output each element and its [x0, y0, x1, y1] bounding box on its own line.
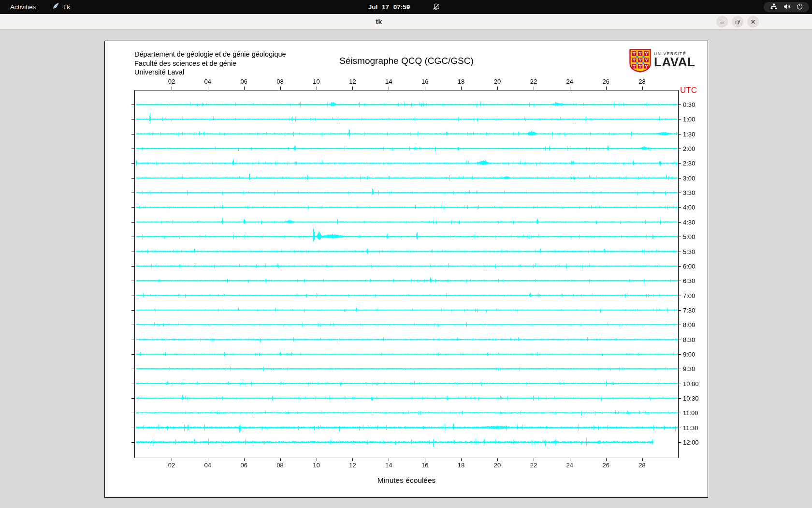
seismogram-canvas: Département de géologie et de génie géol… — [104, 41, 708, 498]
x-axis-title: Minutes écoulées — [377, 476, 436, 485]
x-tick-label-bottom: 06 — [240, 462, 247, 469]
system-status-area[interactable] — [764, 2, 809, 12]
x-tick-label-bottom: 26 — [602, 462, 609, 469]
notifications-muted-icon — [432, 3, 440, 13]
restore-button[interactable] — [732, 16, 743, 28]
x-tick-label-top: 22 — [530, 78, 537, 85]
x-tick-label-bottom: 22 — [530, 462, 537, 469]
x-tick-label-bottom: 10 — [313, 462, 319, 469]
logo-name-label: LAVAL — [654, 56, 695, 68]
utc-time-label: 9:00 — [683, 350, 695, 358]
laval-logo-text: UNIVERSITÉ LAVAL — [654, 49, 695, 75]
utc-time-label: 7:00 — [683, 292, 695, 299]
activities-button[interactable]: Activities — [6, 1, 40, 13]
x-tick-label-top: 02 — [168, 78, 175, 85]
utc-time-label: 10:00 — [683, 380, 699, 387]
x-tick-label-top: 04 — [204, 78, 211, 85]
x-tick-label-top: 12 — [349, 78, 356, 85]
clock[interactable]: Jul 17 07:59 — [368, 1, 410, 13]
x-tick-label-top: 16 — [421, 78, 428, 85]
utc-time-label: 8:30 — [683, 336, 695, 343]
seismogram-traces — [105, 41, 708, 497]
volume-icon — [783, 3, 790, 12]
minimize-button[interactable] — [716, 16, 728, 28]
utc-time-label: 3:00 — [683, 174, 695, 181]
x-tick-label-top: 14 — [385, 78, 392, 85]
x-tick-label-top: 10 — [313, 78, 319, 85]
plot-title: Séismographe QCQ (CGC/GSC) — [339, 56, 474, 66]
x-tick-label-top: 06 — [240, 78, 247, 85]
power-icon — [797, 3, 803, 12]
utc-time-label: 11:00 — [683, 409, 698, 417]
address-line-1: Département de géologie et de génie géol… — [134, 50, 286, 59]
utc-time-label: 3:30 — [683, 189, 695, 196]
x-tick-label-top: 26 — [602, 78, 609, 85]
utc-time-label: 5:30 — [683, 248, 695, 255]
x-tick-label-top: 18 — [458, 78, 464, 85]
tk-feather-icon — [52, 2, 59, 12]
utc-time-label: 4:00 — [683, 204, 695, 211]
utc-time-label: 9:30 — [683, 365, 695, 373]
utc-time-label: 1:30 — [683, 130, 695, 137]
laval-crest-icon — [629, 49, 651, 75]
x-tick-label-bottom: 14 — [385, 462, 392, 469]
utc-time-label: 11:30 — [683, 424, 698, 431]
utc-time-label: 6:00 — [683, 262, 695, 269]
x-tick-label-bottom: 20 — [494, 462, 501, 469]
x-tick-label-bottom: 18 — [458, 462, 464, 469]
network-icon — [770, 3, 777, 12]
utc-time-label: 8:00 — [683, 321, 695, 329]
institution-address: Département de géologie et de génie géol… — [134, 50, 286, 77]
utc-time-label: 2:30 — [683, 160, 695, 167]
window-titlebar[interactable]: tk — [0, 14, 812, 30]
gnome-top-bar: Activities Tk Jul 17 07:59 — [0, 0, 812, 14]
utc-time-label: 2:00 — [683, 145, 695, 152]
x-tick-label-bottom: 16 — [421, 462, 428, 469]
utc-time-label: 1:00 — [683, 116, 695, 123]
x-tick-label-bottom: 24 — [566, 462, 573, 469]
utc-time-label: 6:30 — [683, 277, 695, 284]
utc-time-label: 12:00 — [683, 439, 699, 446]
x-tick-label-top: 24 — [566, 78, 573, 85]
x-tick-label-bottom: 28 — [638, 462, 645, 469]
window-title: tk — [376, 14, 382, 30]
address-line-2: Faculté des sciences et de génie — [134, 59, 286, 68]
utc-time-label: 5:00 — [683, 233, 695, 240]
x-tick-label-top: 28 — [638, 78, 645, 85]
utc-time-label: 7:30 — [683, 306, 695, 314]
utc-time-label: 4:30 — [683, 218, 695, 225]
utc-time-label: 10:30 — [683, 395, 699, 402]
focused-app-indicator[interactable]: Tk — [52, 1, 70, 13]
laval-logo: UNIVERSITÉ LAVAL — [629, 49, 695, 75]
x-tick-label-bottom: 12 — [349, 462, 356, 469]
x-tick-label-top: 20 — [494, 78, 501, 85]
address-line-3: Université Laval — [134, 68, 286, 77]
tk-window-content: Département de géologie et de génie géol… — [0, 30, 812, 508]
x-tick-label-top: 08 — [276, 78, 283, 85]
utc-time-label: 0:30 — [683, 101, 695, 108]
x-tick-label-bottom: 04 — [204, 462, 211, 469]
x-tick-label-bottom: 08 — [276, 462, 283, 469]
x-tick-label-bottom: 02 — [168, 462, 175, 469]
desktop: { "top_bar": { "activities_label": "Acti… — [0, 0, 812, 508]
app-name-label: Tk — [63, 3, 70, 11]
utc-axis-label: UTC — [680, 86, 697, 95]
close-button[interactable] — [747, 16, 759, 28]
